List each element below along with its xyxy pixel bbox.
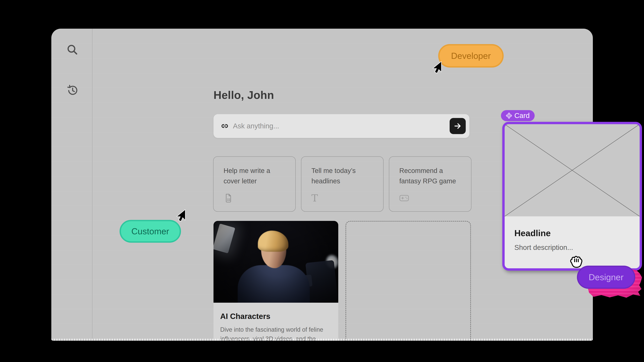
developer-cursor-icon [432,61,442,73]
card-headline: Headline [514,228,551,238]
suggestion-label: Help me write a cover letter [224,165,287,186]
placeholder-x-icon [505,124,640,216]
article-title: AI Characters [220,312,270,321]
card-description: Short description... [514,244,573,252]
sidebar [51,29,92,341]
file-text-icon [224,193,233,203]
search-icon[interactable] [66,44,78,55]
link-icon [221,122,228,130]
design-canvas: Hello, John Help me write a cover letter [0,0,644,362]
suggestion-card-rpg[interactable]: Recommend a fantasy RPG game [389,156,472,212]
suggestion-card-cover-letter[interactable]: Help me write a cover letter [213,156,296,212]
image-placeholder [505,124,640,216]
suggestion-label: Tell me today’s headlines [312,165,375,186]
presence-pill-designer: Designer [577,266,635,289]
customer-cursor-icon [176,210,186,222]
designer-grab-cursor-icon [569,255,583,268]
component-badge-label: Card [514,112,530,120]
suggestion-card-headlines[interactable]: Tell me today’s headlines T [301,156,384,212]
arrow-right-icon [453,122,462,130]
ask-input-container [214,114,470,138]
type-icon: T [312,193,321,203]
presence-label: Designer [589,272,624,282]
gamepad-icon [399,193,409,203]
photo-vignette [214,221,338,303]
article-description: Dive into the fascinating world of felin… [220,325,332,341]
history-icon[interactable] [66,84,78,96]
component-diamonds-icon [506,113,512,119]
empty-card-dropzone[interactable] [346,221,471,341]
component-badge[interactable]: Card [501,110,535,121]
presence-pill-developer: Developer [438,44,504,67]
article-photo [214,221,338,303]
presence-label: Customer [131,226,169,236]
selected-card-component[interactable]: Headline Short description... [502,122,642,271]
page-title: Hello, John [214,89,274,101]
send-button[interactable] [450,118,466,134]
ask-input[interactable] [233,114,444,138]
presence-label: Developer [451,51,491,61]
presence-pill-customer: Customer [120,220,181,243]
article-card-ai-characters[interactable]: AI Characters Dive into the fascinating … [214,221,338,341]
suggestion-label: Recommend a fantasy RPG game [399,165,463,186]
